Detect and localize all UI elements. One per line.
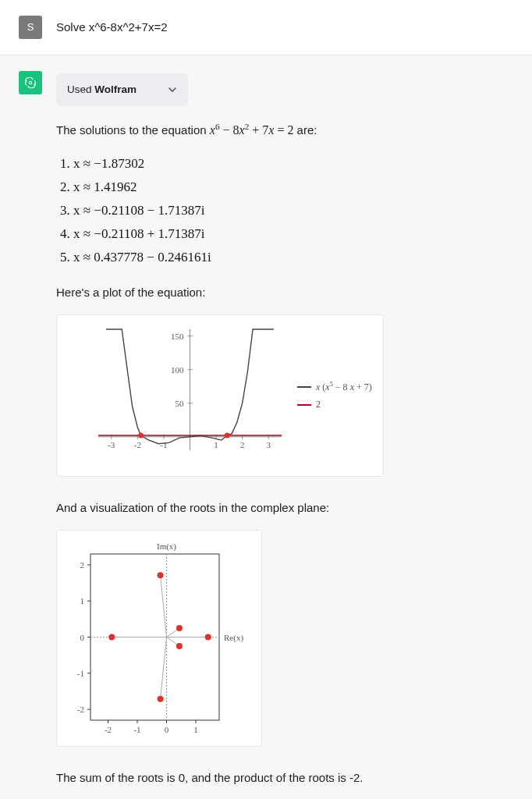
- openai-icon: [23, 76, 37, 90]
- summary-text: The sum of the roots is 0, and the produ…: [56, 769, 513, 787]
- svg-text:2: 2: [80, 560, 85, 570]
- svg-text:0: 0: [80, 633, 85, 642]
- svg-point-56: [176, 626, 183, 632]
- svg-text:-2: -2: [77, 705, 84, 715]
- solution-item: x ≈ −0.21108 − 1.71387i: [73, 200, 513, 221]
- svg-text:1: 1: [214, 440, 218, 449]
- svg-text:0: 0: [165, 725, 169, 734]
- svg-point-0: [29, 81, 31, 83]
- svg-text:1: 1: [193, 725, 198, 734]
- user-message-text: Solve x^6-8x^2+7x=2: [56, 18, 513, 37]
- chevron-down-icon: [168, 85, 177, 94]
- svg-point-53: [205, 634, 211, 641]
- svg-text:-3: -3: [108, 440, 115, 449]
- solutions-intro: The solutions to the equation x6 − 8x2 +…: [56, 120, 513, 140]
- user-message-row: S Solve x^6-8x^2+7x=2: [0, 0, 532, 55]
- roots-plot-card: -2-101-2-1012Im(x)Re(x): [56, 530, 262, 747]
- solution-item: x ≈ 0.437778 − 0.246161i: [73, 247, 513, 268]
- function-plot-card: -3-2-112350100150 x (x5 − 8 x + 7) 2: [56, 314, 384, 477]
- user-avatar: S: [19, 16, 42, 39]
- solution-item: x ≈ −1.87302: [73, 153, 513, 174]
- assistant-avatar: [19, 71, 42, 94]
- svg-text:50: 50: [176, 399, 185, 408]
- svg-point-57: [176, 643, 183, 649]
- roots-intro-text: And a visualization of the roots in the …: [56, 499, 513, 517]
- solution-item: x ≈ −0.21108 + 1.71387i: [73, 223, 513, 244]
- svg-point-21: [138, 433, 144, 439]
- svg-text:3: 3: [266, 440, 271, 449]
- legend-series-1: x (x5 − 8 x + 7): [316, 379, 372, 395]
- assistant-message-row: Used Wolfram The solutions to the equati…: [0, 55, 532, 799]
- plugin-chip-label: Used Wolfram: [67, 81, 137, 98]
- svg-point-54: [158, 573, 164, 579]
- svg-text:-2: -2: [134, 440, 141, 449]
- legend-series-2: 2: [316, 397, 321, 412]
- solutions-list: x ≈ −1.87302 x ≈ 1.41962 x ≈ −0.21108 − …: [56, 153, 513, 268]
- svg-line-48: [161, 576, 167, 637]
- function-plot-legend: x (x5 − 8 x + 7) 2: [297, 377, 372, 414]
- svg-text:2: 2: [240, 440, 245, 449]
- svg-line-49: [161, 637, 167, 699]
- svg-point-22: [225, 433, 230, 439]
- svg-point-52: [108, 634, 115, 641]
- svg-text:-1: -1: [133, 725, 140, 734]
- svg-text:Im(x): Im(x): [157, 542, 176, 552]
- svg-text:-2: -2: [105, 725, 112, 734]
- roots-plot: -2-101-2-1012Im(x)Re(x): [63, 537, 250, 740]
- svg-text:150: 150: [171, 332, 184, 341]
- svg-text:-1: -1: [77, 669, 84, 678]
- svg-text:1: 1: [80, 597, 85, 606]
- function-plot: -3-2-112350100150: [63, 321, 289, 470]
- plugin-used-chip[interactable]: Used Wolfram: [56, 73, 188, 106]
- svg-text:-1: -1: [160, 440, 167, 449]
- plot-intro-text: Here's a plot of the equation:: [56, 283, 513, 302]
- solution-item: x ≈ 1.41962: [73, 176, 513, 197]
- svg-text:Re(x): Re(x): [224, 633, 243, 643]
- svg-point-55: [158, 696, 164, 702]
- svg-text:100: 100: [171, 365, 184, 375]
